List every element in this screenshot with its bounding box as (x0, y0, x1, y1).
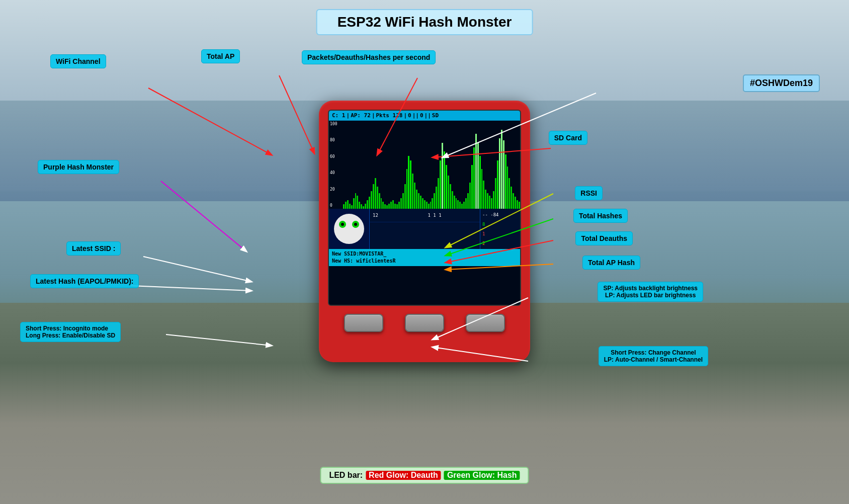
monster-pupil-right (354, 223, 357, 226)
chart-bar (454, 196, 455, 209)
right-stats: -- -84 8 1 2 (480, 209, 520, 249)
chart-bar (473, 147, 475, 209)
chart-bar (448, 176, 449, 209)
chart-bar (377, 187, 378, 209)
chart-bar (426, 202, 428, 209)
chart-bar (430, 202, 432, 209)
led-bar: LED bar: Red Glow: Deauth Green Glow: Ha… (320, 467, 529, 484)
chart-bar (365, 204, 366, 209)
chart-bar (459, 202, 461, 209)
chart-bar (497, 160, 498, 209)
rssi-stat: -- -84 (482, 212, 518, 217)
chart-bar (363, 206, 364, 209)
chart-bar (343, 204, 345, 209)
chart-bar (398, 202, 400, 209)
status-bar: C: 1 | AP: 72 | Pkts 128 | 0 || 0 || SD (329, 111, 520, 121)
chart-bar (394, 204, 396, 209)
buttons-row (328, 306, 521, 332)
chart-bar (481, 169, 483, 209)
deauths-value: 1 (482, 231, 485, 236)
stat-ones: 1 1 1 (425, 209, 480, 222)
status-pkts: Pkts 128 (376, 112, 403, 119)
chart-bar (457, 200, 459, 209)
status-ap: AP: 72 (351, 112, 371, 119)
chart-bars (343, 121, 520, 209)
chart-bar (479, 156, 481, 209)
chart-bar (371, 191, 372, 209)
chart-bar (442, 143, 443, 209)
chart-bar (440, 160, 441, 209)
rssi-value: -- -84 (482, 212, 499, 217)
chart-bar (491, 198, 492, 209)
chart-bar (487, 193, 488, 209)
hashes-value: 8 (482, 222, 485, 227)
led-bar-prefix: LED bar: (329, 471, 363, 480)
monster-eye-right (352, 221, 359, 228)
chart-bar (410, 160, 411, 209)
chart-bar (379, 193, 380, 209)
chart-bar (477, 143, 479, 209)
chart-bar (513, 193, 514, 209)
stat-number-label: 12 (373, 213, 378, 218)
esp32-device: C: 1 | AP: 72 | Pkts 128 | 0 || 0 || SD … (319, 101, 530, 362)
chart-bar (412, 174, 413, 209)
chart-bar (483, 181, 484, 209)
monster-eye-left (339, 221, 346, 228)
chart-bar (347, 200, 349, 209)
annotation-total-ap-hash: Total AP Hash (582, 256, 640, 270)
chart-bar (418, 193, 419, 209)
chart-bar (434, 193, 435, 209)
annotation-left-button: Short Press: Incognito mode Long Press: … (20, 322, 121, 342)
annotation-latest-ssid: Latest SSID : (66, 241, 121, 256)
annotation-sd-card: SD Card (549, 131, 587, 145)
annotation-total-hashes: Total Hashes (573, 209, 628, 223)
button-right[interactable] (466, 314, 505, 332)
chart-bar (420, 196, 421, 209)
monster-pupil-left (341, 223, 344, 226)
device-screen: C: 1 | AP: 72 | Pkts 128 | 0 || 0 || SD … (328, 110, 521, 306)
button-center[interactable] (405, 314, 444, 332)
ap-hash-value: 2 (482, 241, 485, 246)
stat-number: 12 (370, 209, 425, 222)
deauths-stat: 1 (482, 231, 518, 236)
chart-bar (381, 198, 382, 209)
button-left[interactable] (344, 314, 383, 332)
status-channel: C: 1 (332, 112, 346, 119)
chart-bar (361, 204, 362, 209)
chart-bar (392, 200, 394, 209)
page-title: ESP32 WiFi Hash Monster (316, 9, 533, 35)
chart-bar (436, 187, 437, 209)
chart-bar (467, 193, 469, 209)
chart-bar (517, 200, 518, 209)
hash-line: New HS: wificlientesR (332, 258, 517, 265)
chart-bar (367, 200, 368, 209)
chart-bar (390, 202, 392, 209)
chart-bar (396, 204, 398, 209)
chart-bar (519, 202, 520, 209)
chart-bar (359, 202, 360, 209)
stat-ones-value: 1 1 1 (428, 213, 442, 218)
annotation-pkts-per-sec: Packets/Deauths/Hashes per second (302, 50, 436, 64)
chart-bar (373, 184, 374, 209)
chart-bar (386, 205, 388, 209)
chart-bar (351, 205, 353, 209)
chart-y-labels: 100 80 60 40 20 0 (330, 121, 337, 209)
chart-bar (507, 166, 508, 209)
chart-bar (465, 198, 467, 209)
ssid-line: New SSID:MOVISTAR_ (332, 250, 517, 258)
chart-bar (469, 183, 471, 209)
chart-bar (369, 197, 370, 209)
chart-bar (450, 184, 451, 209)
chart-bar (404, 184, 406, 209)
led-red-label: Red Glow: Deauth (366, 471, 441, 480)
ap-hash-stat: 2 (482, 241, 518, 246)
annotation-right-button-bottom: Short Press: Change Channel LP: Auto-Cha… (599, 346, 708, 366)
chart-bar (501, 130, 502, 209)
chart-bar (456, 198, 457, 209)
chart-bar (511, 187, 512, 209)
chart-bar (438, 178, 439, 209)
chart-bar (349, 204, 351, 209)
status-sd: SD (432, 112, 439, 119)
chart-bar (400, 198, 402, 209)
annotation-right-button-top: SP: Adjusts backlight brightness LP: Adj… (598, 282, 703, 302)
